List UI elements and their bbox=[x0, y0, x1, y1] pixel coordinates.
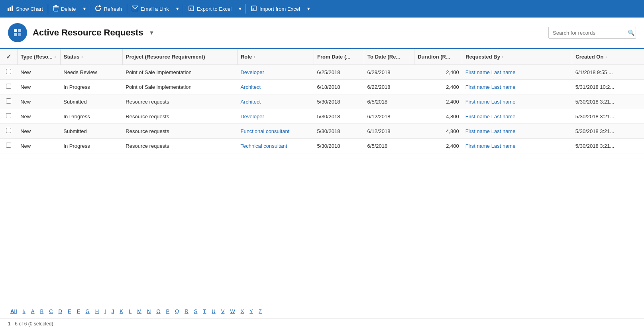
table-row[interactable]: NewIn ProgressPoint of Sale implementati… bbox=[0, 80, 644, 94]
role-column-header[interactable]: Role ↕ bbox=[237, 49, 314, 65]
row-requested-by[interactable]: First name Last name bbox=[462, 139, 572, 153]
delete-dropdown-button[interactable]: ▼ bbox=[80, 0, 89, 18]
email-link-button[interactable]: Email a Link bbox=[128, 0, 173, 18]
alpha-nav-item[interactable]: E bbox=[65, 307, 74, 315]
alpha-nav-item[interactable]: L bbox=[126, 307, 134, 315]
export-dropdown-button[interactable]: ▼ bbox=[236, 0, 245, 18]
duration-column-header[interactable]: Duration (R... bbox=[414, 49, 462, 65]
row-role[interactable]: Developer bbox=[237, 109, 314, 124]
row-requested-by[interactable]: First name Last name bbox=[462, 94, 572, 109]
row-requested-by[interactable]: First name Last name bbox=[462, 109, 572, 124]
search-button[interactable]: 🔍 bbox=[624, 27, 636, 38]
created-on-column-header[interactable]: Created On ↓ bbox=[572, 49, 644, 65]
row-role[interactable]: Technical consultant bbox=[237, 139, 314, 153]
chart-icon bbox=[7, 5, 14, 13]
row-checkbox[interactable] bbox=[0, 139, 17, 153]
row-status: Submitted bbox=[60, 124, 122, 139]
row-project: Resource requests bbox=[122, 124, 237, 139]
row-status: Submitted bbox=[60, 94, 122, 109]
separator-4 bbox=[183, 4, 183, 14]
alpha-nav-item[interactable]: J bbox=[109, 307, 117, 315]
row-project: Resource requests bbox=[122, 109, 237, 124]
alpha-nav-item[interactable]: D bbox=[56, 307, 65, 315]
delete-button[interactable]: Delete bbox=[49, 0, 80, 18]
alpha-nav-item[interactable]: M bbox=[135, 307, 144, 315]
alpha-nav-item[interactable]: B bbox=[38, 307, 46, 315]
alpha-nav-item[interactable]: X bbox=[238, 307, 247, 315]
alpha-nav-item[interactable]: V bbox=[219, 307, 227, 315]
row-requested-by[interactable]: First name Last name bbox=[462, 65, 572, 80]
row-duration: 2,400 bbox=[414, 139, 462, 153]
from-date-column-label: From Date (... bbox=[317, 54, 350, 60]
row-status: In Progress bbox=[60, 139, 122, 153]
alpha-nav-item[interactable]: T bbox=[200, 307, 208, 315]
alpha-nav-item[interactable]: I bbox=[102, 307, 108, 315]
row-requested-by[interactable]: First name Last name bbox=[462, 124, 572, 139]
alpha-nav-item[interactable]: Y bbox=[247, 307, 255, 315]
alpha-nav-item[interactable]: G bbox=[83, 307, 92, 315]
row-role[interactable]: Developer bbox=[237, 65, 314, 80]
refresh-button[interactable]: Refresh bbox=[91, 0, 126, 18]
row-from-date: 5/30/2018 bbox=[314, 124, 364, 139]
alpha-nav-item[interactable]: C bbox=[47, 307, 55, 315]
alpha-nav-item[interactable]: K bbox=[117, 307, 126, 315]
alpha-nav-item[interactable]: W bbox=[228, 307, 237, 315]
row-role[interactable]: Architect bbox=[237, 80, 314, 94]
table-row[interactable]: NewIn ProgressResource requestsDeveloper… bbox=[0, 109, 644, 124]
alpha-nav-item[interactable]: H bbox=[93, 307, 101, 315]
separator-5 bbox=[245, 4, 246, 14]
row-type: New bbox=[17, 65, 60, 80]
email-dropdown-button[interactable]: ▼ bbox=[173, 0, 182, 18]
alpha-nav-item[interactable]: All bbox=[8, 307, 20, 315]
select-all-header[interactable]: ✓ bbox=[0, 49, 17, 65]
separator-2 bbox=[90, 4, 90, 14]
alpha-nav-item[interactable]: N bbox=[145, 307, 153, 315]
requested-by-column-header[interactable]: Requested By ↕ bbox=[462, 49, 572, 65]
import-excel-button[interactable]: X Import from Excel bbox=[247, 0, 304, 18]
row-checkbox[interactable] bbox=[0, 94, 17, 109]
row-checkbox[interactable] bbox=[0, 65, 17, 80]
row-project: Point of Sale implementation bbox=[122, 65, 237, 80]
alpha-nav-item[interactable]: A bbox=[29, 307, 37, 315]
alpha-nav-item[interactable]: S bbox=[192, 307, 200, 315]
records-table: ✓ Type (Reso... ↕ Status ↕ bbox=[0, 49, 644, 153]
row-to-date: 6/5/2018 bbox=[364, 94, 414, 109]
to-date-column-header[interactable]: To Date (Re... bbox=[364, 49, 414, 65]
search-input[interactable] bbox=[549, 27, 624, 38]
from-date-column-header[interactable]: From Date (... bbox=[314, 49, 364, 65]
alpha-nav-item[interactable]: Q bbox=[173, 307, 181, 315]
row-type: New bbox=[17, 94, 60, 109]
row-role[interactable]: Functional consultant bbox=[237, 124, 314, 139]
alpha-nav-item[interactable]: P bbox=[164, 307, 172, 315]
alpha-nav-item[interactable]: U bbox=[209, 307, 218, 315]
header: Active Resource Requests ▼ 🔍 bbox=[0, 18, 644, 48]
row-checkbox[interactable] bbox=[0, 80, 17, 94]
alpha-nav-item[interactable]: Z bbox=[256, 307, 264, 315]
row-created-on: 6/1/2018 9:55 ... bbox=[572, 65, 644, 80]
table-row[interactable]: NewIn ProgressResource requestsTechnical… bbox=[0, 139, 644, 153]
row-checkbox[interactable] bbox=[0, 109, 17, 124]
row-created-on: 5/30/2018 3:21... bbox=[572, 124, 644, 139]
type-column-header[interactable]: Type (Reso... ↕ bbox=[17, 49, 60, 65]
row-role[interactable]: Architect bbox=[237, 94, 314, 109]
svg-text:X: X bbox=[190, 8, 192, 10]
table-row[interactable]: NewNeeds ReviewPoint of Sale implementat… bbox=[0, 65, 644, 80]
table-row[interactable]: NewSubmittedResource requestsArchitect5/… bbox=[0, 94, 644, 109]
alpha-nav-item[interactable]: O bbox=[154, 307, 163, 315]
header-left: Active Resource Requests ▼ bbox=[8, 23, 154, 42]
created-sort-icon: ↓ bbox=[605, 55, 607, 59]
project-column-header[interactable]: Project (Resource Requirement) bbox=[122, 49, 237, 65]
import-dropdown-button[interactable]: ▼ bbox=[304, 0, 313, 18]
svg-rect-11 bbox=[14, 29, 17, 32]
alpha-nav-item[interactable]: R bbox=[182, 307, 190, 315]
table-row[interactable]: NewSubmittedResource requestsFunctional … bbox=[0, 124, 644, 139]
row-checkbox[interactable] bbox=[0, 124, 17, 139]
alpha-nav-item[interactable]: F bbox=[75, 307, 82, 315]
row-requested-by[interactable]: First name Last name bbox=[462, 80, 572, 94]
alpha-nav-item[interactable]: # bbox=[20, 307, 28, 315]
export-excel-button[interactable]: X Export to Excel bbox=[184, 0, 236, 18]
alphabet-navigation: All#ABCDEFGHIJKLMNOPQRSTUVWXYZ bbox=[0, 304, 644, 318]
status-column-header[interactable]: Status ↕ bbox=[60, 49, 122, 65]
show-chart-button[interactable]: Show Chart bbox=[3, 0, 47, 18]
title-dropdown-chevron[interactable]: ▼ bbox=[149, 29, 155, 36]
